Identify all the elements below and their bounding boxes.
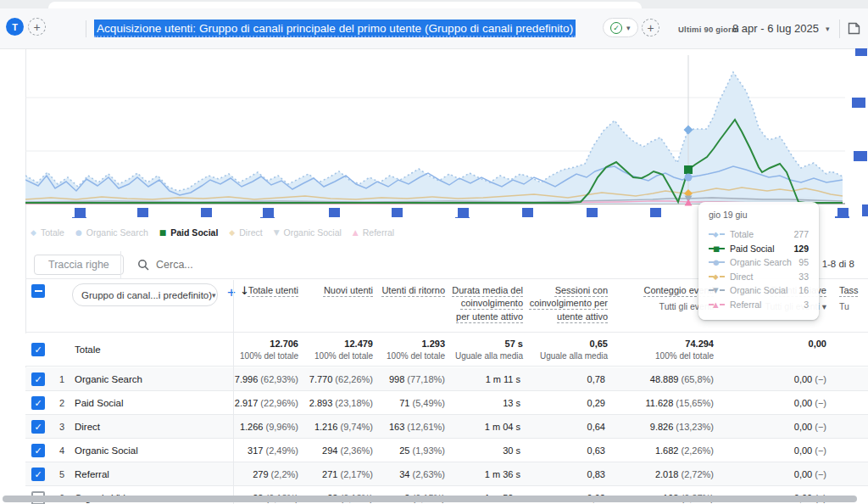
selected-axis-label-highlight [458,208,469,217]
trace-rows-button[interactable]: Traccia righe [34,255,124,275]
metric-value: 2.018 [655,469,679,479]
metric-cell: 1 m 36 s [445,462,523,486]
dimension-selector-label: Gruppo di canal...i predefinito) [81,290,212,300]
metric-value: 7.770 [309,374,333,384]
metric-percent: (2,63%) [412,469,445,479]
selected-axis-label-highlight [852,98,865,108]
metric-value: 25 [399,445,409,456]
legend-label: Totale [41,227,64,238]
row-cells: 7.996 (62,93%) 7.770 (62,26%) 998 (77,18… [233,367,868,391]
selected-axis-label-highlight [263,208,274,217]
metric-cell [826,462,868,486]
add-report-button[interactable]: + [642,19,659,36]
legend-marker-icon: ◆ [229,229,235,237]
row-rank: 5 [53,469,64,479]
search-input[interactable] [156,259,309,271]
column-header[interactable]: Totale utenti [233,280,298,323]
column-header[interactable]: Sessioni con coinvolgimento per utente a… [523,280,608,323]
metric-percent: (65,8%) [681,374,714,384]
selected-axis-label-highlight [260,217,275,218]
legend-item[interactable]: ■ Paid Social [159,227,219,238]
metric-cell [826,367,868,391]
dimension-selector[interactable]: Gruppo di canal...i predefinito) ▾ [72,283,218,306]
row-checkbox[interactable]: ✓ [31,372,45,386]
horizontal-scrollbar[interactable] [3,496,857,502]
select-all-checkbox[interactable] [31,284,45,298]
tooltip-series-icon: ▼ [709,286,725,294]
date-chevron-down-icon[interactable]: ▾ [826,25,830,33]
table-row[interactable]: ✓ 1 Organic Search 7.996 (62,93%) 7.770 … [25,367,868,391]
totals-checkbox[interactable]: ✓ [31,343,45,356]
date-range-selector[interactable]: 8 apr - 6 lug 2025 [732,22,819,35]
report-tab-avatar[interactable]: T [6,18,24,36]
metric-value: 1 m 36 s [485,469,520,479]
metric-percent: (2,49%) [265,445,298,456]
legend-item[interactable]: ◆ Direct [229,227,262,238]
metric-value: 0,63 [587,445,605,456]
metric-value: 1.266 [240,422,264,432]
legend-item[interactable]: ▼ Organic Social [274,227,342,238]
hover-marker-square [684,165,693,174]
row-channel-name: Referral [75,469,109,479]
metric-value: 0,78 [587,374,605,384]
selected-axis-label-highlight [72,217,86,218]
column-header-sub[interactable]: Tu [839,300,868,313]
row-checkbox[interactable]: ✓ [31,468,45,481]
column-header[interactable]: Utenti di ritorno [373,280,445,323]
selected-axis-label-highlight [137,208,148,217]
toolbar-divider [120,251,121,279]
metric-percent: (1,93%) [412,445,445,456]
metric-value: 30 s [503,445,520,456]
table-row[interactable]: ✓ 5 Referral 279 (2,2%) 271 (2,17%) 34 (… [25,462,868,486]
row-rank: 1 [53,374,64,384]
report-title-selected[interactable]: Acquisizione utenti: Gruppo di canali pr… [94,20,576,37]
metric-value: 2.917 [235,398,259,408]
column-header[interactable]: Nuovi utenti [298,280,373,323]
metric-cell: 294 (2,36%) [298,439,373,462]
legend-item[interactable]: ● Organic Search [75,227,148,238]
metric-percent: (−) [815,422,826,432]
legend-marker-icon: ▲ [353,229,359,237]
metric-value: 48.889 [650,374,679,384]
totals-cell [826,333,868,361]
totals-subvalue: Uguale alla media [455,351,523,361]
metric-cell: 0,63 [523,439,608,462]
table-row[interactable]: ✓ 2 Paid Social 2.917 (22,96%) 2.893 (23… [25,391,868,415]
notes-icon[interactable] [847,21,861,39]
legend-item[interactable]: ◆ Totale [31,227,64,238]
row-channel-name: Organic Search [75,374,142,384]
metric-cell: 1 m 04 s [445,415,523,439]
metric-cell: 1 m 11 s [445,367,523,391]
column-header[interactable]: Durata media del coinvolgimento per uten… [445,280,523,323]
totals-value: 12.706 [270,339,298,349]
metric-percent: (−) [815,374,826,384]
table-row[interactable]: ✓ 4 Organic Social 317 (2,49%) 294 (2,36… [25,439,868,462]
column-header-label: Totale utenti [248,285,298,295]
browser-tab-strip [0,0,868,8]
report-status-button[interactable]: ✓ ▾ [603,18,638,37]
tooltip-series-icon: ■ [709,244,725,253]
tooltip-series-icon: ◆ [709,230,725,238]
add-tab-button[interactable]: + [28,18,46,36]
row-checkbox[interactable]: ✓ [31,444,45,457]
totals-cell: 57 s Uguale alla media [445,333,523,361]
row-checkbox[interactable]: ✓ [31,420,45,434]
selected-axis-label-highlight [835,216,849,218]
active-tab[interactable] [48,2,642,8]
metric-value: 0,00 [794,445,812,456]
legend-item[interactable]: ▲ Referral [353,227,394,238]
timeseries-chart[interactable] [25,48,868,218]
tooltip-series-value: 95 [798,257,809,267]
totals-cell: 0,65 Uguale alla media [523,333,608,361]
tooltip-series-icon: ● [709,258,725,266]
row-checkbox[interactable]: ✓ [31,396,45,410]
table-search[interactable] [137,255,309,275]
column-header[interactable]: Tass Tu [826,280,868,323]
totals-cell: 0,00 [714,333,826,361]
metric-percent: (2,2%) [271,469,298,479]
pagination-label[interactable]: 1-8 di 8 [822,259,854,269]
table-row[interactable]: ✓ 3 Direct 1.266 (9,96%) 1.216 (9,74%) 1… [25,415,868,439]
date-preset-label[interactable]: Ultimi 90 giorni [678,25,739,34]
metric-percent: (23,18%) [335,398,373,408]
totals-value: 0,65 [590,339,608,349]
